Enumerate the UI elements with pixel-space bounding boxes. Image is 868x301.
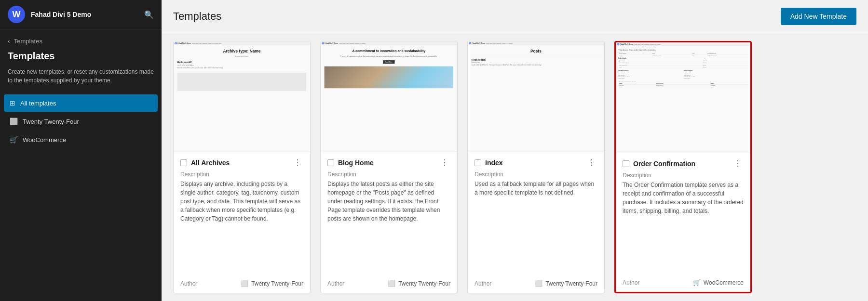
template-desc-label: Description (327, 171, 450, 178)
sidebar-item-label: WooCommerce (23, 136, 66, 144)
sidebar-item-woocommerce[interactable]: 🛒 WooCommerce (4, 131, 158, 148)
template-card-footer: Blog Home ⋮ Description Displays the lat… (321, 152, 457, 293)
template-description: The Order Confirmation template serves a… (623, 181, 744, 273)
all-templates-icon: ⊞ (10, 99, 15, 107)
author-label: Author (475, 280, 491, 287)
template-checkbox[interactable] (327, 159, 334, 166)
template-card-footer: All Archives ⋮ Description Displays any … (174, 152, 310, 293)
template-card-index: W Fahad Divi 5 Demo HomeBlogCartCheckout… (467, 41, 605, 293)
sidebar-nav: ⊞ All templates ⬜ Twenty Twenty-Four 🛒 W… (0, 94, 162, 148)
site-name: Fahad Divi 5 Demo (31, 11, 138, 18)
twenty-twenty-four-icon: ⬜ (10, 118, 18, 125)
search-icon[interactable]: 🔍 (144, 10, 154, 19)
templates-grid: W Fahad Divi 5 Demo HomeBlogCartCheckout… (162, 33, 868, 301)
template-name: Order Confirmation (633, 160, 695, 168)
main-content: Templates Add New Template W Fahad Divi … (162, 0, 868, 301)
author-name: Twenty Twenty-Four (398, 280, 450, 287)
main-header: Templates Add New Template (162, 0, 868, 33)
author-label: Author (327, 280, 344, 287)
template-preview-all-archives: W Fahad Divi 5 Demo HomeBlogCartCheckout… (174, 41, 310, 152)
template-more-menu[interactable]: ⋮ (586, 158, 597, 167)
author-layout-icon: ⬜ (241, 280, 248, 287)
woocommerce-icon: 🛒 (10, 136, 18, 144)
template-more-menu[interactable]: ⋮ (292, 158, 303, 167)
author-value: ⬜ Twenty Twenty-Four (535, 280, 597, 287)
template-name: Blog Home (338, 159, 374, 167)
sidebar-back-label: Templates (14, 38, 42, 45)
author-layout-icon: ⬜ (535, 280, 542, 287)
add-new-template-button[interactable]: Add New Template (781, 8, 856, 25)
template-description: Used as a fallback template for all page… (475, 180, 597, 274)
woocommerce-author-icon: 🛒 (693, 279, 701, 286)
sidebar: W Fahad Divi 5 Demo 🔍 ‹ Templates Templa… (0, 0, 162, 301)
author-label: Author (623, 279, 639, 286)
template-checkbox[interactable] (623, 160, 629, 167)
author-name: Twenty Twenty-Four (251, 280, 303, 287)
template-more-menu[interactable]: ⋮ (439, 158, 450, 167)
template-card-all-archives: W Fahad Divi 5 Demo HomeBlogCartCheckout… (173, 41, 311, 293)
author-layout-icon: ⬜ (388, 280, 395, 287)
sidebar-header: W Fahad Divi 5 Demo 🔍 (0, 0, 162, 29)
sidebar-item-label: All templates (20, 100, 56, 107)
template-desc-label: Description (475, 171, 597, 178)
template-name: Index (485, 159, 503, 167)
template-preview-blog-home: W Fahad Divi 5 Demo HomeBlogCartCheckout… (321, 41, 457, 152)
sidebar-item-label: Twenty Twenty-Four (23, 118, 79, 125)
sidebar-description: Create new templates, or reset any custo… (0, 67, 162, 94)
author-value: ⬜ Twenty Twenty-Four (241, 280, 303, 287)
author-name: Twenty Twenty-Four (545, 280, 597, 287)
template-preview-index: W Fahad Divi 5 Demo HomeBlogCartCheckout… (468, 41, 604, 152)
template-name: All Archives (191, 159, 230, 167)
back-arrow-icon: ‹ (8, 37, 10, 45)
template-checkbox[interactable] (475, 159, 481, 166)
template-card-footer: Index ⋮ Description Used as a fallback t… (468, 152, 604, 293)
template-desc-label: Description (180, 171, 303, 178)
author-label: Author (180, 280, 197, 287)
wp-logo: W (8, 6, 25, 23)
template-checkbox[interactable] (180, 159, 187, 166)
template-description: Displays the latest posts as either the … (327, 180, 450, 274)
sidebar-item-all-templates[interactable]: ⊞ All templates (4, 94, 158, 112)
author-value: 🛒 WooCommerce (693, 279, 744, 286)
template-card-blog-home: W Fahad Divi 5 Demo HomeBlogCartCheckout… (320, 41, 458, 293)
page-title: Templates (173, 10, 221, 23)
template-description: Displays any archive, including posts by… (180, 180, 303, 274)
sidebar-item-twenty-twenty-four[interactable]: ⬜ Twenty Twenty-Four (4, 113, 158, 130)
template-desc-label: Description (623, 172, 744, 179)
author-name: WooCommerce (704, 279, 744, 286)
sidebar-section-title: Templates (0, 49, 162, 67)
template-card-footer: Order Confirmation ⋮ Description The Ord… (616, 153, 750, 292)
author-value: ⬜ Twenty Twenty-Four (388, 280, 450, 287)
sidebar-back[interactable]: ‹ Templates (0, 29, 162, 49)
template-more-menu[interactable]: ⋮ (732, 159, 744, 168)
template-preview-order-confirmation: W Fahad Divi 5 Demo HomeBlogCartCheckout… (616, 42, 750, 153)
template-card-order-confirmation: W Fahad Divi 5 Demo HomeBlogCartCheckout… (614, 41, 752, 293)
